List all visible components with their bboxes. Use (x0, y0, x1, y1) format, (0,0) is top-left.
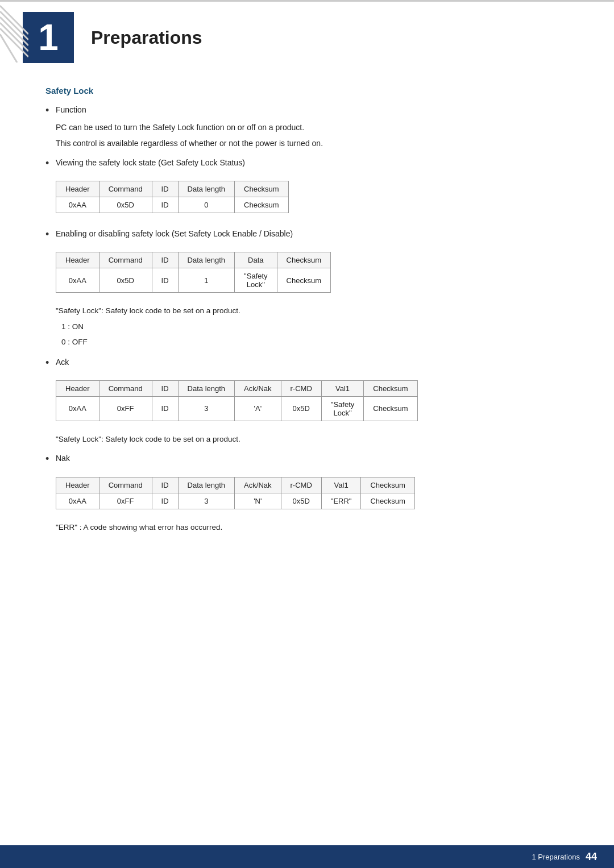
t2-h1: Header (56, 252, 99, 268)
safety-lock-note-2: "Safety Lock": Safety lock code to be se… (56, 433, 569, 446)
bullet-dot-1: • (45, 103, 56, 118)
t2-h4: Data length (178, 252, 235, 268)
t3-h4: Data length (178, 380, 235, 396)
t3-h3: ID (152, 380, 178, 396)
t2-r1-c3: ID (152, 268, 178, 293)
bullet-function: • Function (45, 103, 569, 118)
t1-r1-c5: Checksum (235, 197, 288, 213)
t4-r1-c5: 'N' (235, 493, 281, 509)
t4-h6: r-CMD (281, 477, 321, 493)
table-row: 0xAA 0xFF ID 3 'A' 0x5D "SafetyLock" Che… (56, 396, 418, 421)
bullet-nak-text: Nak (56, 452, 569, 464)
zero-off: 0 : OFF (61, 336, 569, 349)
table-row: 0xAA 0x5D ID 1 "SafetyLock" Checksum (56, 268, 331, 293)
function-desc-1: PC can be used to turn the Safety Lock f… (56, 121, 569, 135)
t4-r1-c7: "ERR" (321, 493, 361, 509)
err-note: "ERR" : A code showing what error has oc… (56, 521, 569, 534)
table2: Header Command ID Data length Data Check… (56, 252, 331, 293)
t3-r1-c1: 0xAA (56, 396, 99, 421)
t3-h7: Val1 (321, 380, 363, 396)
t2-r1-c1: 0xAA (56, 268, 99, 293)
safety-lock-note-1: "Safety Lock": Safety lock code to be se… (56, 305, 569, 317)
t2-h3: ID (152, 252, 178, 268)
top-decoration (0, 0, 28, 63)
t4-r1-c3: ID (152, 493, 178, 509)
t3-h8: Checksum (364, 380, 417, 396)
table1-wrapper: Header Command ID Data length Checksum 0… (56, 181, 289, 213)
table3: Header Command ID Data length Ack/Nak r-… (56, 380, 418, 421)
chapter-number: 1 (23, 12, 74, 63)
svg-line-3 (0, 23, 28, 51)
t4-h2: Command (99, 477, 152, 493)
svg-line-1 (0, 11, 28, 40)
t2-h5: Data (235, 252, 277, 268)
t3-r1-c3: ID (152, 396, 178, 421)
bullet-ack: • Ack (45, 356, 569, 370)
section-title: Safety Lock (45, 86, 569, 95)
t3-r1-c4: 3 (178, 396, 235, 421)
footer-label: 1 Preparations (532, 853, 580, 861)
t1-h5: Checksum (235, 181, 288, 197)
t3-h2: Command (99, 380, 152, 396)
t1-h2: Command (99, 181, 152, 197)
t3-r1-c6: 0x5D (281, 396, 321, 421)
bullet-function-text: Function (56, 103, 569, 116)
t2-r1-c5: "SafetyLock" (235, 268, 277, 293)
t2-r1-c2: 0x5D (99, 268, 152, 293)
table-row: 0xAA 0xFF ID 3 'N' 0x5D "ERR" Checksum (56, 493, 415, 509)
page-number: 44 (586, 851, 597, 863)
t4-r1-c4: 3 (178, 493, 235, 509)
t3-r1-c8: Checksum (364, 396, 417, 421)
function-desc-2: This control is available regardless of … (56, 137, 569, 151)
table4-wrapper: Header Command ID Data length Ack/Nak r-… (56, 477, 415, 509)
t4-h3: ID (152, 477, 178, 493)
t3-h6: r-CMD (281, 380, 321, 396)
t1-r1-c4: 0 (178, 197, 235, 213)
bullet-dot-2: • (45, 156, 56, 171)
page-footer: 1 Preparations 44 (0, 845, 614, 868)
table1: Header Command ID Data length Checksum 0… (56, 181, 289, 213)
t4-h1: Header (56, 477, 99, 493)
bullet-ack-text: Ack (56, 356, 569, 368)
bullet-viewing-text: Viewing the safety lock state (Get Safet… (56, 156, 569, 169)
t4-h4: Data length (178, 477, 235, 493)
bullet-enabling-text: Enabling or disabling safety lock (Set S… (56, 227, 569, 240)
t4-r1-c6: 0x5D (281, 493, 321, 509)
one-on: 1 : ON (61, 321, 569, 334)
t2-h2: Command (99, 252, 152, 268)
t1-h3: ID (152, 181, 178, 197)
chapter-title: Preparations (85, 12, 202, 63)
t1-h4: Data length (178, 181, 235, 197)
t2-r1-c4: 1 (178, 268, 235, 293)
chapter-header: 1 Preparations (0, 0, 614, 69)
t4-r1-c8: Checksum (361, 493, 414, 509)
t2-h6: Checksum (277, 252, 330, 268)
t4-h8: Checksum (361, 477, 414, 493)
t1-h1: Header (56, 181, 99, 197)
t4-r1-c2: 0xFF (99, 493, 152, 509)
t2-r1-c6: Checksum (277, 268, 330, 293)
bullet-dot-5: • (45, 452, 56, 466)
t3-h1: Header (56, 380, 99, 396)
t4-r1-c1: 0xAA (56, 493, 99, 509)
t1-r1-c1: 0xAA (56, 197, 99, 213)
t3-r1-c2: 0xFF (99, 396, 152, 421)
t3-h5: Ack/Nak (235, 380, 281, 396)
bullet-dot-4: • (45, 356, 56, 370)
table3-wrapper: Header Command ID Data length Ack/Nak r-… (56, 380, 418, 421)
t4-h7: Val1 (321, 477, 361, 493)
svg-line-0 (0, 6, 28, 34)
table2-wrapper: Header Command ID Data length Data Check… (56, 252, 331, 293)
t3-r1-c7: "SafetyLock" (321, 396, 363, 421)
t4-h5: Ack/Nak (235, 477, 281, 493)
bullet-viewing: • Viewing the safety lock state (Get Saf… (45, 156, 569, 171)
bullet-nak: • Nak (45, 452, 569, 466)
table-row: 0xAA 0x5D ID 0 Checksum (56, 197, 289, 213)
t1-r1-c2: 0x5D (99, 197, 152, 213)
table4: Header Command ID Data length Ack/Nak r-… (56, 477, 415, 509)
main-content: Safety Lock • Function PC can be used to… (0, 86, 614, 571)
t1-r1-c3: ID (152, 197, 178, 213)
bullet-dot-3: • (45, 227, 56, 242)
t3-r1-c5: 'A' (235, 396, 281, 421)
bullet-enabling: • Enabling or disabling safety lock (Set… (45, 227, 569, 242)
